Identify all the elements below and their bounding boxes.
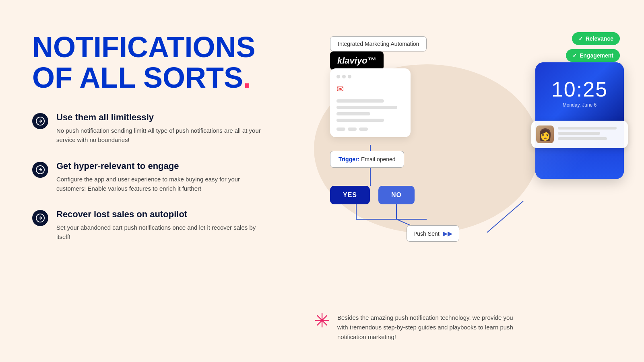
relevance-label: Relevance xyxy=(586,35,613,42)
badge-relevance: ✓ Relevance xyxy=(572,32,620,45)
trigger-event: Email opened xyxy=(361,156,396,162)
feature-text-limitless: Use them all limitlessly No push notific… xyxy=(56,112,266,145)
yes-button[interactable]: YES xyxy=(330,186,370,204)
badge-engagement: ✓ Engagement xyxy=(566,49,620,62)
footnote-text: Besides the amazing push notification te… xyxy=(337,311,515,342)
trigger-box: Trigger: Email opened xyxy=(330,151,404,168)
notif-avatar: 👩 xyxy=(536,125,554,143)
feature-title-recover: Recover lost sales on autopilot xyxy=(56,209,266,220)
dot-3 xyxy=(348,75,351,78)
trigger-label: Trigger: xyxy=(339,156,359,162)
phone-time: 10:25 xyxy=(551,77,608,101)
left-panel: NOTIFICATIONS OF ALL SORTS. Use them all… xyxy=(0,0,290,362)
feature-text-recover: Recover lost sales on autopilot Set your… xyxy=(56,209,266,242)
mail-icon: ✉ xyxy=(336,84,404,95)
feature-item-recover: Recover lost sales on autopilot Set your… xyxy=(32,209,266,242)
dot-1 xyxy=(336,75,340,78)
bottom-dot-2 xyxy=(348,128,357,131)
push-sent-box: Push Sent ▶▶ xyxy=(407,225,459,242)
feature-desc-relevant: Configure the app and user experience to… xyxy=(56,175,266,193)
arrow-circle-icon-2 xyxy=(32,162,48,178)
klaviyo-text: klaviyo™ xyxy=(337,56,376,66)
card-bottom-dots xyxy=(336,128,404,131)
feature-title-limitless: Use them all limitlessly xyxy=(56,112,266,123)
push-sent-label: Push Sent xyxy=(413,230,440,237)
feature-desc-recover: Set your abandoned cart push notificatio… xyxy=(56,223,266,242)
check-icon-engagement: ✓ xyxy=(572,52,577,59)
notification-card: 👩 xyxy=(531,121,628,148)
card-dots xyxy=(336,75,404,78)
notif-line-3 xyxy=(558,137,607,140)
features-list: Use them all limitlessly No push notific… xyxy=(32,112,266,242)
headline-line2: OF ALL SORTS. xyxy=(32,63,266,93)
push-sent-arrows-icon: ▶▶ xyxy=(443,230,452,237)
feature-item-relevant: Get hyper-relevant to engage Configure t… xyxy=(32,161,266,193)
klaviyo-logo: klaviyo™ xyxy=(330,51,384,70)
feature-desc-limitless: No push notification sending limit! All … xyxy=(56,126,266,145)
ima-label: Integrated Marketing Automation xyxy=(338,41,419,47)
phone-date: Monday, June 6 xyxy=(563,102,597,108)
right-panel: Integrated Marketing Automation klaviyo™… xyxy=(290,0,644,362)
no-button[interactable]: NO xyxy=(378,186,415,204)
bottom-dot-3 xyxy=(359,128,368,131)
feature-title-relevant: Get hyper-relevant to engage xyxy=(56,161,266,171)
check-icon-relevance: ✓ xyxy=(578,35,583,42)
arrow-circle-icon-3 xyxy=(32,210,48,226)
feature-text-relevant: Get hyper-relevant to engage Configure t… xyxy=(56,161,266,193)
notif-text-lines xyxy=(558,127,623,142)
placeholder-line-4 xyxy=(336,119,384,122)
notif-line-2 xyxy=(558,132,600,135)
engagement-label: Engagement xyxy=(580,52,613,59)
asterisk-icon: ✳ xyxy=(314,311,330,331)
placeholder-line-2 xyxy=(336,106,397,109)
bottom-dot-1 xyxy=(336,128,345,131)
footnote: ✳ Besides the amazing push notification … xyxy=(314,311,515,342)
dot-2 xyxy=(342,75,346,78)
headline-line1: NOTIFICATIONS xyxy=(32,32,266,63)
placeholder-line-3 xyxy=(336,112,370,115)
arrow-circle-icon-1 xyxy=(32,113,48,129)
ima-box: Integrated Marketing Automation xyxy=(330,36,427,51)
feature-item-limitless: Use them all limitlessly No push notific… xyxy=(32,112,266,145)
headline: NOTIFICATIONS OF ALL SORTS. xyxy=(32,32,266,93)
email-preview-card: ✉ xyxy=(330,68,411,137)
phone-screen-top: 10:25 Monday, June 6 xyxy=(535,62,624,123)
headline-dot: . xyxy=(243,62,251,94)
placeholder-line-1 xyxy=(336,99,384,103)
notif-line-1 xyxy=(558,127,617,130)
